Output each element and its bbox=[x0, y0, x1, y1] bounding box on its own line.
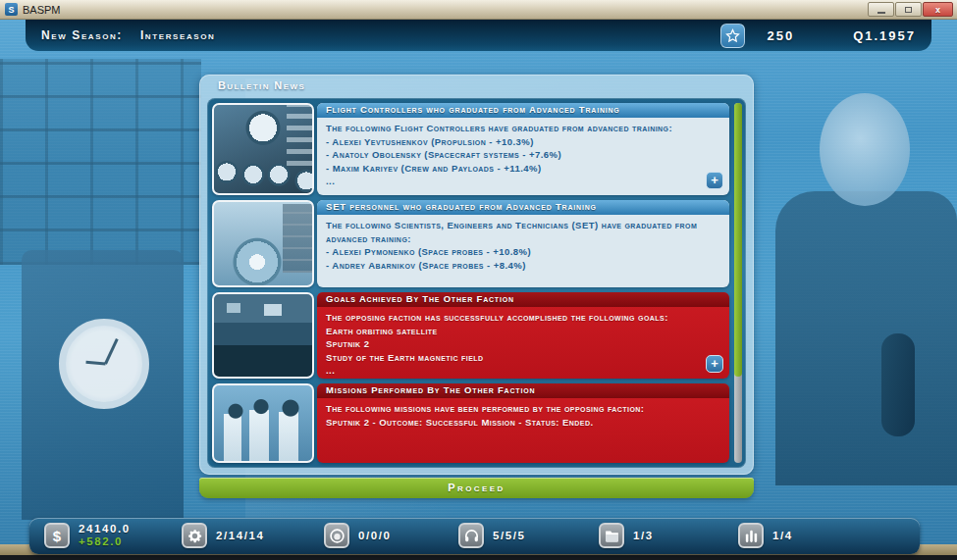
minimize-icon bbox=[877, 12, 885, 14]
bulletin-title: Bulletin News bbox=[218, 79, 305, 91]
header-right: 250 Q1.1957 bbox=[720, 24, 916, 48]
funds-value: 24140.0 bbox=[79, 523, 131, 535]
news-line: - Maxim Kariyev (Crew and Payloads - +11… bbox=[326, 162, 720, 176]
news-line: Sputnik 2 bbox=[326, 337, 720, 351]
maximize-icon bbox=[905, 7, 912, 13]
news-line: The following Scientists, Engineers and … bbox=[326, 219, 720, 245]
funds-stat[interactable]: $ 24140.0 +582.0 bbox=[44, 523, 131, 548]
expand-button[interactable]: + bbox=[706, 172, 723, 189]
flight-controllers-stat[interactable]: 5/5/5 bbox=[458, 523, 526, 548]
news-item[interactable]: SET personnel who graduated from Advance… bbox=[212, 200, 729, 287]
news-line: - Anatoly Obolensky (Spacecraft systems … bbox=[326, 148, 720, 162]
astronauts-value: 0/0/0 bbox=[358, 530, 392, 541]
news-item[interactable]: Flight Controllers who graduated from Ad… bbox=[212, 103, 729, 195]
funds-delta: +582.0 bbox=[79, 535, 131, 548]
close-button[interactable]: x bbox=[923, 2, 953, 17]
background-figure-head bbox=[820, 93, 910, 206]
facilities-stat[interactable]: 1/4 bbox=[738, 523, 793, 548]
news-line: - Alexei Pymonenko (Space probes - +10.8… bbox=[326, 245, 720, 259]
window-titlebar: S BASPM x bbox=[0, 0, 957, 20]
news-item-title: Flight Controllers who graduated from Ad… bbox=[317, 103, 729, 118]
window-title: BASPM bbox=[23, 4, 61, 16]
news-item-title: Goals Achieved By The Other Faction bbox=[317, 292, 729, 307]
news-card: SET personnel who graduated from Advance… bbox=[317, 200, 729, 287]
news-line: The following missions have been perform… bbox=[326, 402, 720, 416]
news-line: ... bbox=[326, 175, 720, 188]
scrollbar[interactable] bbox=[734, 103, 742, 463]
news-item-title: SET personnel who graduated from Advance… bbox=[317, 200, 729, 215]
game-window: S BASPM x New Season:Interseason bbox=[0, 0, 957, 560]
astronaut-helmet-icon bbox=[324, 523, 349, 548]
astronauts-stat[interactable]: 0/0/0 bbox=[324, 523, 392, 548]
news-card: Flight Controllers who graduated from Ad… bbox=[317, 103, 729, 195]
window-controls: x bbox=[868, 2, 953, 17]
season-text: New Season:Interseason bbox=[41, 28, 215, 42]
news-line: - Alexei Yevtushenkov (Propulsion - +10.… bbox=[326, 135, 720, 149]
clock-hand bbox=[104, 338, 119, 365]
facilities-value: 1/4 bbox=[772, 530, 793, 541]
news-line: The following Flight Controllers have gr… bbox=[326, 122, 720, 135]
proceed-button[interactable]: Proceed bbox=[199, 478, 754, 498]
funds-text: 24140.0 +582.0 bbox=[79, 523, 131, 548]
news-card: Missions Performed By The Other Faction … bbox=[317, 383, 729, 463]
bulletin-panel: Bulletin News Flight Controllers who gra… bbox=[199, 75, 754, 475]
gear-icon bbox=[182, 523, 207, 548]
personnel-stat[interactable]: 2/14/14 bbox=[182, 523, 265, 548]
news-thumbnail-control-panel bbox=[212, 103, 314, 195]
new-season-label: New Season: bbox=[41, 28, 123, 42]
news-item[interactable]: Goals Achieved By The Other Faction The … bbox=[212, 292, 729, 379]
news-item-body: The following Flight Controllers have gr… bbox=[317, 118, 729, 192]
expand-button[interactable]: + bbox=[706, 355, 723, 373]
personnel-value: 2/14/14 bbox=[216, 530, 265, 541]
app-icon: S bbox=[5, 3, 18, 16]
star-icon bbox=[725, 28, 740, 43]
news-item-body: The opposing faction has successfully ac… bbox=[317, 307, 729, 379]
background-shelf bbox=[0, 59, 201, 265]
news-thumbnail-team-photo bbox=[212, 383, 314, 463]
status-bar: $ 24140.0 +582.0 2/14/14 0/0/0 bbox=[29, 518, 920, 554]
game-area: New Season:Interseason 250 Q1.1957 Bulle… bbox=[0, 20, 957, 560]
dollar-icon: $ bbox=[44, 523, 70, 548]
star-count: 250 bbox=[767, 28, 794, 43]
news-thumbnail-mission-control bbox=[212, 292, 314, 379]
background-microphone bbox=[881, 333, 915, 436]
scrollbar-thumb[interactable] bbox=[734, 103, 742, 377]
news-item-body: The following missions have been perform… bbox=[317, 398, 729, 433]
news-item-title: Missions Performed By The Other Faction bbox=[317, 383, 729, 398]
bulletin-list-container: Flight Controllers who graduated from Ad… bbox=[207, 98, 746, 468]
season-value: Interseason bbox=[140, 28, 216, 42]
star-button[interactable] bbox=[720, 24, 745, 48]
background-figure-body bbox=[775, 191, 957, 485]
window-bottom-edge bbox=[0, 555, 957, 560]
news-line: The opposing faction has successfully ac… bbox=[326, 311, 720, 325]
season-header: New Season:Interseason 250 Q1.1957 bbox=[26, 20, 931, 51]
minimize-button[interactable] bbox=[868, 2, 894, 17]
news-line: - Andrey Abarnikov (Space probes - +8.4%… bbox=[326, 259, 720, 273]
current-date: Q1.1957 bbox=[853, 28, 916, 43]
folder-icon bbox=[599, 523, 624, 548]
clock-hand bbox=[85, 361, 105, 366]
background-clock bbox=[59, 319, 149, 409]
rockets-icon bbox=[738, 523, 764, 548]
news-item-body: The following Scientists, Engineers and … bbox=[317, 215, 729, 276]
news-line: Study of the Earth magnetic field bbox=[326, 351, 720, 365]
headset-icon bbox=[458, 523, 484, 548]
news-card: Goals Achieved By The Other Faction The … bbox=[317, 292, 729, 379]
missions-value: 1/3 bbox=[633, 530, 654, 541]
maximize-button[interactable] bbox=[895, 2, 922, 17]
news-thumbnail-satellite-assembly bbox=[212, 200, 314, 287]
news-line: ... bbox=[326, 364, 720, 378]
news-list: Flight Controllers who graduated from Ad… bbox=[212, 103, 729, 463]
missions-stat[interactable]: 1/3 bbox=[599, 523, 654, 548]
flight-controllers-value: 5/5/5 bbox=[493, 530, 526, 541]
news-item[interactable]: Missions Performed By The Other Faction … bbox=[212, 383, 729, 463]
news-line: Sputnik 2 - Outcome: Successful Mission … bbox=[326, 416, 720, 430]
news-line: Earth orbiting satellite bbox=[326, 325, 720, 338]
